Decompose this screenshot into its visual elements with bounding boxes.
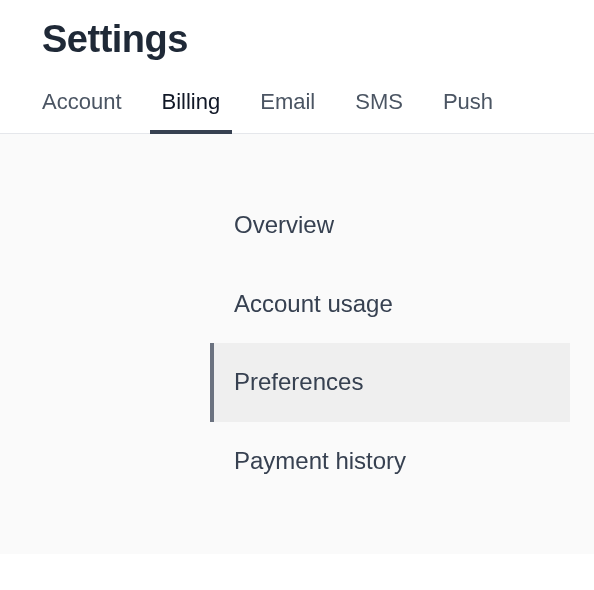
subnav-item-preferences[interactable]: Preferences: [210, 343, 570, 421]
content-section: Overview Account usage Preferences Payme…: [0, 134, 594, 554]
page-title: Settings: [42, 18, 552, 61]
subnav-item-account-usage[interactable]: Account usage: [210, 265, 570, 343]
tab-billing[interactable]: Billing: [162, 89, 221, 133]
header-section: Settings Account Billing Email SMS Push: [0, 0, 594, 134]
tabs: Account Billing Email SMS Push: [42, 89, 552, 133]
tab-account[interactable]: Account: [42, 89, 122, 133]
subnav-item-overview[interactable]: Overview: [210, 186, 570, 264]
tab-push[interactable]: Push: [443, 89, 493, 133]
subnav: Overview Account usage Preferences Payme…: [210, 186, 570, 500]
tab-sms[interactable]: SMS: [355, 89, 403, 133]
subnav-item-payment-history[interactable]: Payment history: [210, 422, 570, 500]
tab-email[interactable]: Email: [260, 89, 315, 133]
